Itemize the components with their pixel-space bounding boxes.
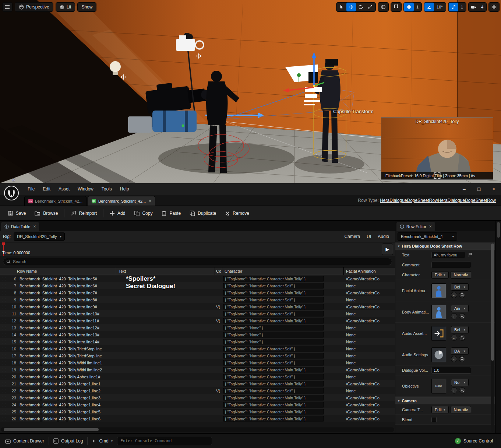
rotation-snap-button[interactable] bbox=[424, 3, 434, 11]
drag-handle-icon[interactable]: ⋮⋮ bbox=[0, 389, 8, 393]
cell-facial-animation[interactable]: /Game/WrestlerCo bbox=[344, 396, 395, 400]
cell-facial-animation[interactable]: None bbox=[344, 298, 395, 302]
drag-handle-icon[interactable]: ⋮⋮ bbox=[0, 382, 8, 386]
cell-facial-animation[interactable]: /Game/WrestlerCo bbox=[344, 382, 395, 386]
add-button[interactable]: Add bbox=[106, 208, 129, 219]
column-row-name[interactable]: Row Name bbox=[0, 267, 116, 275]
horizontal-scrollbar[interactable] bbox=[1, 427, 394, 432]
column-character[interactable]: Character bbox=[222, 267, 344, 275]
drag-handle-icon[interactable]: ⋮⋮ bbox=[0, 368, 8, 372]
cell-facial-animation[interactable]: /Game/WrestlerCo bbox=[344, 403, 395, 407]
table-row[interactable]: ⋮⋮ 21 Benchmark_StrickInt_420_Tolly.Merg… bbox=[0, 380, 395, 387]
blend-checkbox[interactable] bbox=[431, 417, 437, 422]
drag-handle-icon[interactable]: ⋮⋮ bbox=[0, 417, 8, 421]
drag-handle-icon[interactable]: ⋮⋮ bbox=[0, 410, 8, 414]
cell-character[interactable]: { "TagName": "Narrative.Character.Main.T… bbox=[222, 395, 344, 400]
drag-handle-icon[interactable]: ⋮⋮ bbox=[0, 354, 8, 358]
cell-character[interactable]: { "TagName": "Narrative.Character.Main.T… bbox=[222, 318, 344, 323]
use-selected-icon[interactable]: ← bbox=[451, 387, 457, 393]
camera-edit-button[interactable]: Edit▾ bbox=[431, 406, 449, 413]
scrollbar-thumb[interactable] bbox=[497, 222, 500, 238]
use-selected-icon[interactable]: ← bbox=[451, 335, 457, 341]
viewport-options-button[interactable] bbox=[2, 2, 13, 12]
console-command-input[interactable]: Enter Console Command bbox=[117, 437, 212, 445]
move-tool-button[interactable] bbox=[346, 3, 356, 11]
browse-asset-icon[interactable] bbox=[459, 313, 465, 319]
character-tag-button[interactable]: Narrativ bbox=[451, 271, 472, 279]
menu-item[interactable]: Help bbox=[116, 186, 133, 192]
table-row[interactable]: ⋮⋮ 18 Benchmark_StrickInt_420_Tolly.With… bbox=[0, 359, 395, 366]
cell-comment[interactable]: V( bbox=[215, 389, 222, 393]
panel-tab-close-icon[interactable]: × bbox=[32, 224, 36, 229]
grid-snap-value[interactable]: 1 bbox=[414, 5, 421, 9]
remove-button[interactable]: Remove bbox=[221, 208, 253, 219]
text-input[interactable]: Ah, my favou bbox=[431, 252, 465, 258]
table-row[interactable]: ⋮⋮ 19 Benchmark_StrickInt_420_Tolly.With… bbox=[0, 366, 395, 373]
scrollbar-thumb[interactable] bbox=[491, 244, 494, 361]
objective-thumbnail[interactable]: None bbox=[431, 379, 446, 393]
cell-facial-animation[interactable]: None bbox=[344, 361, 395, 365]
cell-character[interactable]: { "TagName": "Narrative.Character.Main.T… bbox=[222, 409, 344, 414]
camera-speed-value[interactable]: 4 bbox=[479, 5, 486, 9]
drag-handle-icon[interactable]: ⋮⋮ bbox=[0, 403, 8, 407]
table-row[interactable]: ⋮⋮ 11 Benchmark_StrickInt_420_Tolly.Intr… bbox=[0, 310, 395, 317]
drag-handle-icon[interactable]: ⋮⋮ bbox=[0, 347, 8, 351]
cell-character[interactable]: { "TagName": "Narrative.Character.Self" … bbox=[222, 388, 344, 393]
scale-snap-button[interactable] bbox=[449, 3, 458, 11]
cell-character[interactable]: { "TagName": "Narrative.Character.Self" … bbox=[222, 353, 344, 358]
close-button[interactable]: × bbox=[486, 183, 501, 195]
cell-facial-animation[interactable]: None bbox=[344, 333, 395, 337]
cell-character[interactable]: { "TagName": "Narrative.Character.Self" … bbox=[222, 283, 344, 288]
use-selected-icon[interactable]: ← bbox=[451, 356, 457, 362]
cell-facial-animation[interactable]: None bbox=[344, 326, 395, 330]
drag-handle-icon[interactable]: ⋮⋮ bbox=[0, 312, 8, 316]
drag-handle-icon[interactable]: ⋮⋮ bbox=[0, 284, 8, 288]
section-hera-dialogue[interactable]: ▾ Hera Dialogue Dope Sheet Row bbox=[395, 242, 495, 250]
perspective-button[interactable]: Perspective bbox=[15, 2, 53, 12]
table-row[interactable]: ⋮⋮ 26 Benchmark_StrickInt_420_Tolly.Merg… bbox=[0, 415, 395, 422]
cell-character[interactable]: { "TagName": "Narrative.Character.Main.T… bbox=[222, 276, 344, 281]
cell-facial-animation[interactable]: /Game/WrestlerCo bbox=[344, 319, 395, 323]
cell-character[interactable]: { "TagName": "Narrative.Character.Main.T… bbox=[222, 367, 344, 372]
view-toggle-button[interactable]: UI bbox=[367, 234, 371, 239]
output-log-button[interactable]: Output Log bbox=[52, 436, 84, 446]
browse-button[interactable]: Browse bbox=[31, 208, 62, 219]
menu-item[interactable]: Tools bbox=[98, 186, 116, 192]
cell-character[interactable]: { "TagName": "None" } bbox=[222, 325, 344, 330]
drag-handle-icon[interactable]: ⋮⋮ bbox=[0, 340, 8, 344]
content-drawer-button[interactable]: Content Drawer bbox=[4, 436, 46, 446]
asset-tab-active[interactable]: Benchmark_StrickInt_42... × bbox=[88, 196, 155, 206]
search-bar[interactable]: Search bbox=[3, 258, 392, 265]
cmd-dropdown[interactable]: Cmd ▾ bbox=[91, 436, 114, 446]
drag-handle-icon[interactable]: ⋮⋮ bbox=[0, 305, 8, 309]
view-toggle-button[interactable]: Camera bbox=[345, 234, 360, 239]
dialogue-volume-input[interactable]: 1.0 bbox=[431, 367, 471, 374]
table-row[interactable]: ⋮⋮ 15 Benchmark_StrickInt_420_Tolly.Intr… bbox=[0, 338, 395, 345]
minimize-button[interactable]: – bbox=[457, 183, 472, 195]
duplicate-button[interactable]: Duplicate bbox=[186, 208, 220, 219]
cell-character[interactable]: { "TagName": "Narrative.Character.Self" … bbox=[222, 360, 344, 365]
cell-facial-animation[interactable]: None bbox=[344, 312, 395, 316]
row-type-link[interactable]: HeraDialogueDopeSheetRowHeraDialogueDope… bbox=[380, 198, 496, 203]
table-row[interactable]: ⋮⋮ 22 Benchmark_StrickInt_420_Tolly.Merg… bbox=[0, 387, 395, 394]
browse-asset-icon[interactable] bbox=[459, 387, 465, 393]
cell-facial-animation[interactable]: /Game/WrestlerCo bbox=[344, 410, 395, 414]
grid-snap-button[interactable] bbox=[404, 3, 414, 11]
save-button[interactable]: Save bbox=[4, 208, 30, 219]
use-selected-icon[interactable]: ← bbox=[451, 292, 457, 298]
world-space-button[interactable] bbox=[378, 3, 388, 11]
level-viewport[interactable]: Perspective Lit Show bbox=[0, 0, 501, 183]
show-button[interactable]: Show bbox=[77, 2, 96, 12]
table-row[interactable]: ⋮⋮ 20 Benchmark_StrickInt_420_Tolly.Ashe… bbox=[0, 373, 395, 380]
cell-character[interactable]: { "TagName": "Narrative.Character.Main.T… bbox=[222, 304, 344, 309]
table-row[interactable]: ⋮⋮ 23 Benchmark_StrickInt_420_Tolly.Merg… bbox=[0, 394, 395, 401]
table-row[interactable]: ⋮⋮ 7 Benchmark_StrickInt_420_Tolly.Intro… bbox=[0, 282, 395, 289]
drag-handle-icon[interactable]: ⋮⋮ bbox=[0, 333, 8, 337]
row-select-dropdown[interactable]: Benchmark_StrickInt_4 ▾ bbox=[398, 232, 457, 241]
facial-asset-dropdown[interactable]: Bei▾ bbox=[451, 283, 469, 291]
table-row[interactable]: ⋮⋮ 9 Benchmark_StrickInt_420_Tolly.Intro… bbox=[0, 296, 395, 303]
cell-character[interactable]: { "TagName": "None" } bbox=[222, 339, 344, 344]
cell-facial-animation[interactable]: None bbox=[344, 347, 395, 351]
menu-item[interactable]: Window bbox=[74, 186, 98, 192]
menu-item[interactable]: Edit bbox=[39, 186, 54, 192]
